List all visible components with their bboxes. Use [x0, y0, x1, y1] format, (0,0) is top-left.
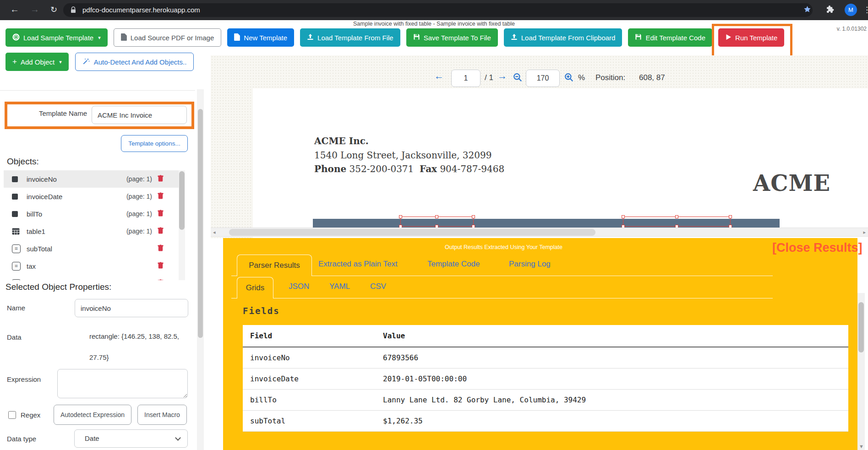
load-sample-template-label: Load Sample Template — [23, 34, 93, 42]
regex-checkbox[interactable] — [8, 411, 16, 419]
extensions-puzzle-icon[interactable] — [826, 5, 834, 15]
browser-forward-icon[interactable]: → — [30, 4, 39, 15]
delete-object-button[interactable] — [157, 210, 164, 219]
pdf-page[interactable]: ACME Inc. 1540 Long Street, Jacksonville… — [253, 88, 868, 238]
load-sample-template-button[interactable]: Load Sample Template ▾ — [5, 28, 108, 47]
value-cell: 2019-01-05T00:00:00 — [376, 369, 848, 390]
page-vertical-scrollbar[interactable] — [197, 89, 204, 450]
object-row-invoiceDate[interactable]: invoiceDate (page: 1) — [4, 188, 185, 205]
template-name-input[interactable] — [92, 106, 187, 124]
delete-object-button[interactable] — [157, 244, 164, 254]
selection-handle[interactable] — [729, 215, 732, 218]
selection-handle[interactable] — [622, 215, 625, 218]
template-options-button[interactable]: Template options... — [121, 135, 188, 152]
new-template-button[interactable]: New Template — [227, 28, 294, 47]
load-template-from-file-button[interactable]: Load Template From File — [300, 28, 400, 47]
expression-label: Expression — [7, 375, 41, 383]
upload-icon — [511, 33, 518, 42]
profile-avatar[interactable]: M — [845, 4, 857, 16]
run-template-button[interactable]: Run Template — [718, 28, 784, 47]
next-page-icon[interactable]: → — [497, 70, 507, 81]
objects-list-scrollbar[interactable] — [179, 170, 185, 280]
position-value: 608, 87 — [639, 73, 665, 82]
address-bar[interactable]: pdfco-documentparser.herokuapp.com — [63, 3, 813, 17]
object-page: (page: 1) — [126, 175, 152, 183]
object-row-billTo[interactable]: billTo (page: 1) — [4, 205, 185, 222]
scroll-right-icon[interactable]: ▸ — [863, 229, 866, 235]
selection-handle[interactable] — [675, 215, 678, 218]
scroll-down-icon[interactable]: ▼ — [859, 444, 864, 449]
object-name-input[interactable] — [75, 299, 188, 317]
value-column-header: Value — [376, 325, 848, 347]
save-template-to-file-button[interactable]: Save Template To File — [406, 28, 498, 47]
browser-menu-icon[interactable]: ⋮ — [863, 5, 868, 15]
load-source-pdf-button[interactable]: Load Source PDF or Image — [114, 28, 222, 47]
object-name: table1 — [27, 228, 45, 235]
delete-object-button[interactable] — [157, 227, 164, 236]
object-row-invoiceNo[interactable]: invoiceNo (page: 1) — [4, 170, 185, 188]
app-window: ← → ↻ pdfco-documentparser.herokuapp.com… — [0, 0, 868, 450]
table-row[interactable]: billTo Lanny Lane Ltd. 82 Gorby Lane, Co… — [243, 390, 848, 411]
object-name: subTotal — [27, 245, 52, 253]
scrollbar-thumb[interactable] — [229, 229, 595, 236]
page-number-input[interactable] — [451, 70, 480, 87]
subtab-csv[interactable]: CSV — [370, 282, 386, 291]
scrollbar-thumb[interactable] — [179, 171, 185, 230]
scroll-left-icon[interactable]: ◂ — [213, 229, 216, 235]
scrollbar-thumb[interactable] — [198, 109, 203, 338]
object-row-tax[interactable]: = tax — [4, 257, 185, 275]
browser-chrome: ← → ↻ pdfco-documentparser.herokuapp.com… — [0, 0, 868, 20]
selection-handle[interactable] — [435, 215, 438, 218]
table-row[interactable]: invoiceDate 2019-01-05T00:00:00 — [243, 369, 848, 390]
browser-reload-icon[interactable]: ↻ — [50, 5, 57, 15]
data-type-select[interactable]: Date — [74, 429, 188, 448]
autodetect-expression-button[interactable]: Autodetect Expression — [54, 405, 131, 425]
bookmark-star-icon[interactable] — [803, 5, 811, 15]
table-row[interactable]: invoiceNo 67893566 — [243, 347, 848, 369]
subtab-grids[interactable]: Grids — [237, 277, 273, 298]
tab-parser-results[interactable]: Parser Results — [237, 255, 312, 276]
subtab-json[interactable]: JSON — [289, 282, 309, 291]
delete-object-button[interactable] — [157, 192, 164, 201]
viewer-horizontal-scrollbar[interactable]: ◂ ▸ — [211, 228, 868, 237]
value-cell: 67893566 — [376, 347, 848, 369]
object-row-subTotal[interactable]: = subTotal — [4, 240, 185, 257]
zoom-level-input[interactable] — [526, 70, 560, 87]
add-object-button[interactable]: + Add Object ▾ — [5, 53, 69, 71]
tabs-divider — [231, 276, 773, 276]
tab-template-code[interactable]: Template Code — [427, 260, 480, 269]
load-template-from-clipboard-button[interactable]: Load Template From Clipboard — [504, 28, 622, 47]
selection-rect[interactable] — [623, 217, 731, 227]
subtab-yaml[interactable]: YAML — [329, 282, 350, 291]
url-text[interactable]: pdfco-documentparser.herokuapp.com — [82, 6, 200, 14]
subtabs-divider — [231, 298, 773, 298]
tab-parsing-log[interactable]: Parsing Log — [509, 260, 551, 269]
object-row-partial[interactable]: = — [4, 275, 185, 280]
file-icon — [234, 33, 240, 42]
template-name-label: Template Name — [39, 109, 87, 117]
table-row[interactable]: subTotal $1,262.35 — [243, 411, 848, 432]
results-vertical-scrollbar[interactable]: ▼ — [857, 293, 865, 450]
close-results-link[interactable]: [Close Results] — [772, 241, 863, 255]
selection-handle[interactable] — [399, 215, 402, 218]
delete-object-button[interactable] — [157, 279, 164, 280]
pdf-viewer: ← / 1 → % Position: 608, 87 ACME Inc. 15… — [211, 55, 868, 238]
delete-object-button[interactable] — [157, 175, 164, 184]
autodetect-objects-button[interactable]: Auto-Detect And Add Objects.. — [75, 53, 194, 71]
object-row-table1[interactable]: table1 (page: 1) — [4, 222, 185, 240]
invoice-address: 1540 Long Street, Jacksonville, 32099 — [314, 150, 491, 161]
invoice-phone-line: Phone 352-200-0371 Fax 904-787-9468 — [314, 163, 504, 174]
prev-page-icon[interactable]: ← — [434, 70, 444, 81]
delete-object-button[interactable] — [157, 262, 164, 271]
fields-table: Field Value invoiceNo 67893566 invoiceDa… — [243, 325, 848, 432]
zoom-out-icon[interactable] — [513, 73, 522, 84]
selection-rect[interactable] — [400, 217, 474, 227]
insert-macro-button[interactable]: Insert Macro — [137, 405, 187, 425]
selection-handle[interactable] — [472, 215, 475, 218]
expression-textarea[interactable] — [57, 369, 188, 398]
zoom-in-icon[interactable] — [564, 73, 573, 84]
browser-back-icon[interactable]: ← — [10, 4, 19, 15]
edit-template-code-button[interactable]: Edit Template Code — [628, 28, 712, 47]
scrollbar-thumb[interactable] — [858, 302, 864, 352]
tab-extracted-plain-text[interactable]: Extracted as Plain Text — [318, 260, 398, 269]
